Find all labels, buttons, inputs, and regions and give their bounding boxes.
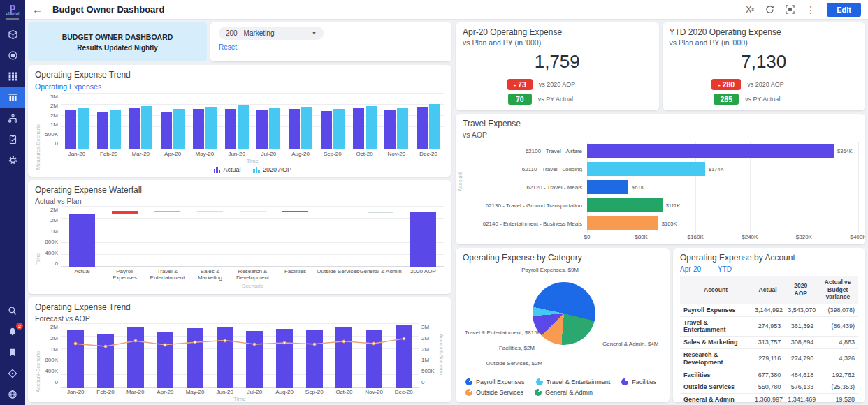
table-row[interactable]: Research & Development279,116274,7904,32… xyxy=(680,349,858,369)
right-column: Apr-20 Operating Expense vs Plan and PY … xyxy=(456,22,865,402)
kebab-menu-icon[interactable]: ⋮ xyxy=(806,4,816,15)
reset-link[interactable]: Reset xyxy=(219,43,237,51)
bar-actual-oct-20[interactable] xyxy=(353,108,364,149)
bar-2020-aop-apr-20[interactable] xyxy=(173,109,185,149)
sidebar-item-bookmarks[interactable] xyxy=(0,342,25,363)
kpi-row: Apr-20 Operating Expense vs Plan and PY … xyxy=(456,22,865,110)
legend-item-general-admin[interactable]: General & Admin xyxy=(535,389,593,396)
legend-item-travel-entertainment[interactable]: Travel & Entertainment xyxy=(536,378,611,385)
sidebar-item-apps[interactable] xyxy=(0,66,25,87)
table-row[interactable]: Travel & Entertainment274,953361,392(86,… xyxy=(680,316,858,337)
bar-2020-aop-may-20[interactable] xyxy=(205,107,217,149)
legend-item-2020-aop[interactable]: 2020 AOP xyxy=(253,166,291,173)
bar-2020-aop-feb-20[interactable] xyxy=(110,110,121,149)
bar-2020-aop-sep-20[interactable] xyxy=(333,109,345,149)
bar-62120-travel-meals[interactable] xyxy=(587,180,628,194)
bar-62110-travel-lodging[interactable] xyxy=(587,162,705,176)
department-dropdown[interactable]: 200 - Marketing ▼ xyxy=(219,27,324,40)
sidebar-item-dashboards[interactable] xyxy=(0,87,25,108)
line-point-mar-20[interactable] xyxy=(133,339,137,343)
table-row[interactable]: Sales & Marketing313,757308,8944,863 xyxy=(680,337,858,349)
line-point-aug-20[interactable] xyxy=(283,341,287,344)
sidebar-item-help[interactable] xyxy=(0,384,25,405)
line-point-dec-20[interactable] xyxy=(402,337,405,341)
tab-ytd[interactable]: YTD xyxy=(718,265,732,273)
sidebar-item-settings[interactable] xyxy=(0,149,25,170)
pie-graphic[interactable] xyxy=(533,282,595,345)
bar-62140-entertainment-business-meals[interactable] xyxy=(587,216,658,230)
bar-actual-nov-20[interactable] xyxy=(384,110,396,149)
bar-actual-jun-20[interactable] xyxy=(225,109,236,149)
x-tick-label: $160K xyxy=(688,234,704,240)
bar-2020-aop-nov-20[interactable] xyxy=(397,108,408,149)
waterfall-bar-2020-aop[interactable] xyxy=(410,212,436,267)
sidebar-item-navigate[interactable] xyxy=(0,363,25,384)
chart-title: Operating Expense by Account xyxy=(680,253,858,263)
bar-actual-apr-20[interactable] xyxy=(161,112,172,149)
bar-series xyxy=(61,94,444,149)
line-point-nov-20[interactable] xyxy=(372,341,376,345)
bar-2020-aop-dec-20[interactable] xyxy=(429,104,440,149)
legend-item-outside-services[interactable]: Outside Services xyxy=(465,389,523,396)
legend-item-actual[interactable]: Actual xyxy=(214,166,241,173)
waterfall-bar-payroll-expenses[interactable] xyxy=(112,211,138,214)
table-row[interactable]: Outside Services550,780576,133(25,353) xyxy=(680,381,858,394)
x-tick-label: Nov-20 xyxy=(359,389,389,395)
legend-item-facilities[interactable]: Facilities xyxy=(621,378,656,385)
refresh-icon[interactable] xyxy=(765,5,774,14)
edit-button[interactable]: Edit xyxy=(827,3,861,17)
table-row[interactable]: General & Admin1,360,9971,341,46919,528 xyxy=(680,394,858,402)
line-point-jun-20[interactable] xyxy=(223,339,226,342)
fullscreen-icon[interactable] xyxy=(786,5,795,14)
bar-actual-jul-20[interactable] xyxy=(256,110,268,149)
sidebar-item-modeling[interactable] xyxy=(0,24,25,45)
line-point-feb-20[interactable] xyxy=(104,344,108,348)
sidebar-item-goals[interactable] xyxy=(0,45,25,66)
waterfall-bar-outside-services[interactable] xyxy=(325,212,351,212)
sidebar-item-hierarchy[interactable] xyxy=(0,108,25,128)
bar-62100-travel-airfare[interactable] xyxy=(587,144,834,158)
legend-item-payroll-expenses[interactable]: Payroll Expenses xyxy=(465,378,525,385)
back-arrow-icon[interactable]: ← xyxy=(32,3,43,15)
bar-2020-aop-aug-20[interactable] xyxy=(301,107,312,149)
tab-apr-20[interactable]: Apr-20 xyxy=(680,265,701,273)
measures-xs-icon[interactable]: Xs xyxy=(746,5,754,15)
waterfall-bar-travel-entertainment[interactable] xyxy=(154,211,180,212)
bar-62130-travel-ground-transportation[interactable] xyxy=(587,198,663,212)
waterfall-bar-facilities[interactable] xyxy=(282,211,308,212)
line-point-sep-20[interactable] xyxy=(312,342,316,346)
bar-actual-dec-20[interactable] xyxy=(417,107,428,149)
bar-actual-feb-20[interactable] xyxy=(97,112,108,149)
badge-label: vs PY Actual xyxy=(538,96,587,103)
bar-actual-sep-20[interactable] xyxy=(321,111,332,149)
bar-2020-aop-jul-20[interactable] xyxy=(269,108,280,149)
line-point-jan-20[interactable] xyxy=(74,342,78,346)
table-row[interactable]: Payroll Expenses3,144,9923,543,070(398,0… xyxy=(680,304,858,316)
y-tick: 2M xyxy=(421,346,429,353)
sidebar-item-search[interactable] xyxy=(0,300,25,321)
operating-expenses-link[interactable]: Operating Expenses xyxy=(35,82,101,91)
line-point-oct-20[interactable] xyxy=(342,339,346,343)
bar-2020-aop-mar-20[interactable] xyxy=(141,106,152,149)
line-point-may-20[interactable] xyxy=(194,341,197,344)
y-axis-name-right: Account-Scenario xyxy=(438,324,444,402)
waterfall-bar-general-admin[interactable] xyxy=(368,212,393,213)
cell-outside-services-actual: 550,780 xyxy=(751,381,784,394)
bar-actual-mar-20[interactable] xyxy=(129,108,140,149)
bar-actual-aug-20[interactable] xyxy=(289,109,300,149)
sidebar-item-tasks[interactable] xyxy=(0,128,25,149)
cell-travel-entertainment-2020-aop: 361,392 xyxy=(784,316,817,337)
bar-actual-may-20[interactable] xyxy=(193,109,204,149)
bookmark-icon xyxy=(8,348,17,358)
line-point-apr-20[interactable] xyxy=(164,343,167,346)
table-row[interactable]: Facilities677,380484,618192,762 xyxy=(680,369,858,381)
bar-actual-jan-20[interactable] xyxy=(65,110,76,149)
sidebar-item-notifications[interactable]: 2 xyxy=(0,321,25,342)
waterfall-bar-actual[interactable] xyxy=(69,214,95,267)
gridline xyxy=(858,142,859,233)
bar-2020-aop-oct-20[interactable] xyxy=(366,106,377,149)
bar-2020-aop-jan-20[interactable] xyxy=(78,108,89,149)
chart-subtitle: Actual vs Plan xyxy=(35,197,444,205)
bar-2020-aop-jun-20[interactable] xyxy=(238,105,249,149)
line-point-jul-20[interactable] xyxy=(253,343,256,346)
